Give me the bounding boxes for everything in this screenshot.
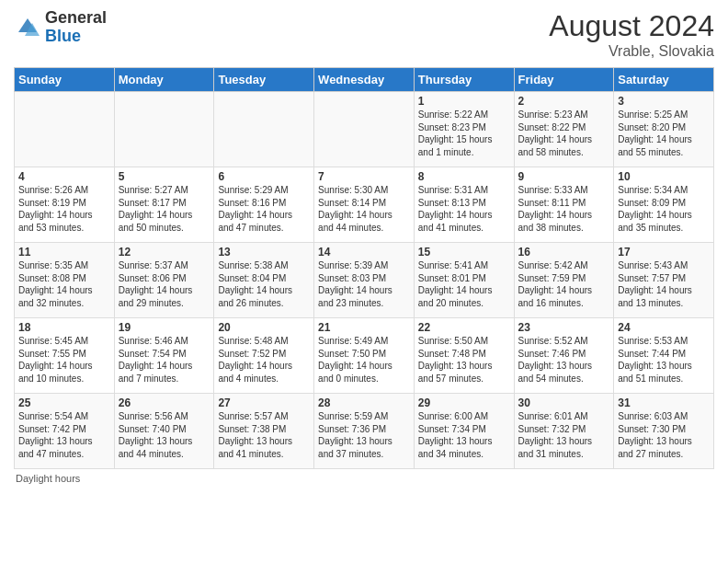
week-row-4: 18Sunrise: 5:45 AM Sunset: 7:55 PM Dayli… bbox=[15, 318, 714, 394]
day-info: Sunrise: 5:25 AM Sunset: 8:20 PM Dayligh… bbox=[618, 109, 710, 158]
calendar-cell: 19Sunrise: 5:46 AM Sunset: 7:54 PM Dayli… bbox=[114, 318, 214, 394]
day-info: Sunrise: 5:23 AM Sunset: 8:22 PM Dayligh… bbox=[518, 109, 610, 158]
header-cell-monday: Monday bbox=[114, 68, 214, 92]
day-number: 24 bbox=[618, 321, 710, 334]
day-number: 11 bbox=[18, 246, 110, 259]
day-info: Sunrise: 5:49 AM Sunset: 7:50 PM Dayligh… bbox=[318, 335, 410, 385]
day-info: Sunrise: 5:53 AM Sunset: 7:44 PM Dayligh… bbox=[618, 335, 710, 385]
day-number: 16 bbox=[518, 246, 610, 259]
header-cell-friday: Friday bbox=[514, 68, 614, 92]
calendar-cell bbox=[15, 92, 115, 167]
day-number: 3 bbox=[618, 95, 710, 108]
day-info: Sunrise: 5:59 AM Sunset: 7:36 PM Dayligh… bbox=[318, 410, 410, 460]
calendar-cell: 17Sunrise: 5:43 AM Sunset: 7:57 PM Dayli… bbox=[614, 243, 714, 318]
day-number: 21 bbox=[318, 321, 410, 334]
day-number: 8 bbox=[418, 170, 510, 183]
day-number: 12 bbox=[119, 246, 210, 259]
calendar-cell: 6Sunrise: 5:29 AM Sunset: 8:16 PM Daylig… bbox=[214, 167, 314, 243]
day-info: Sunrise: 5:29 AM Sunset: 8:16 PM Dayligh… bbox=[218, 184, 310, 234]
day-number: 31 bbox=[618, 396, 710, 409]
page-header: General Blue August 2024 Vrable, Slovaki… bbox=[14, 9, 714, 60]
calendar-cell: 26Sunrise: 5:56 AM Sunset: 7:40 PM Dayli… bbox=[114, 394, 214, 469]
week-row-3: 11Sunrise: 5:35 AM Sunset: 8:08 PM Dayli… bbox=[15, 243, 714, 318]
day-info: Sunrise: 5:39 AM Sunset: 8:03 PM Dayligh… bbox=[318, 259, 410, 309]
header-row: SundayMondayTuesdayWednesdayThursdayFrid… bbox=[15, 68, 714, 92]
calendar-cell: 28Sunrise: 5:59 AM Sunset: 7:36 PM Dayli… bbox=[314, 394, 415, 469]
day-number: 25 bbox=[18, 396, 110, 409]
day-info: Sunrise: 6:00 AM Sunset: 7:34 PM Dayligh… bbox=[418, 410, 510, 460]
day-number: 6 bbox=[218, 170, 310, 183]
day-number: 7 bbox=[318, 170, 410, 183]
header-cell-sunday: Sunday bbox=[15, 68, 115, 92]
day-info: Sunrise: 5:27 AM Sunset: 8:17 PM Dayligh… bbox=[119, 184, 210, 234]
calendar-table: SundayMondayTuesdayWednesdayThursdayFrid… bbox=[14, 67, 714, 469]
day-number: 26 bbox=[119, 396, 210, 409]
day-info: Sunrise: 5:42 AM Sunset: 7:59 PM Dayligh… bbox=[518, 259, 610, 309]
day-number: 28 bbox=[318, 396, 410, 409]
footnote: Daylight hours bbox=[14, 473, 714, 484]
day-info: Sunrise: 5:35 AM Sunset: 8:08 PM Dayligh… bbox=[18, 259, 110, 309]
calendar-cell bbox=[314, 92, 415, 167]
day-number: 14 bbox=[318, 246, 410, 259]
calendar-cell bbox=[114, 92, 214, 167]
day-number: 23 bbox=[518, 321, 610, 334]
day-info: Sunrise: 5:33 AM Sunset: 8:11 PM Dayligh… bbox=[518, 184, 610, 234]
calendar-cell: 13Sunrise: 5:38 AM Sunset: 8:04 PM Dayli… bbox=[214, 243, 314, 318]
day-number: 4 bbox=[18, 170, 110, 183]
day-number: 1 bbox=[418, 95, 510, 108]
calendar-cell: 21Sunrise: 5:49 AM Sunset: 7:50 PM Dayli… bbox=[314, 318, 415, 394]
day-info: Sunrise: 5:56 AM Sunset: 7:40 PM Dayligh… bbox=[119, 410, 210, 460]
day-info: Sunrise: 5:48 AM Sunset: 7:52 PM Dayligh… bbox=[218, 335, 310, 385]
day-number: 15 bbox=[418, 246, 510, 259]
day-number: 22 bbox=[418, 321, 510, 334]
day-number: 10 bbox=[618, 170, 710, 183]
calendar-cell: 15Sunrise: 5:41 AM Sunset: 8:01 PM Dayli… bbox=[414, 243, 514, 318]
calendar-cell: 18Sunrise: 5:45 AM Sunset: 7:55 PM Dayli… bbox=[15, 318, 115, 394]
day-number: 27 bbox=[218, 396, 310, 409]
calendar-cell: 1Sunrise: 5:22 AM Sunset: 8:23 PM Daylig… bbox=[414, 92, 514, 167]
calendar-cell: 8Sunrise: 5:31 AM Sunset: 8:13 PM Daylig… bbox=[414, 167, 514, 243]
day-info: Sunrise: 5:57 AM Sunset: 7:38 PM Dayligh… bbox=[218, 410, 310, 460]
week-row-2: 4Sunrise: 5:26 AM Sunset: 8:19 PM Daylig… bbox=[15, 167, 714, 243]
day-info: Sunrise: 5:54 AM Sunset: 7:42 PM Dayligh… bbox=[18, 410, 110, 460]
day-info: Sunrise: 5:45 AM Sunset: 7:55 PM Dayligh… bbox=[18, 335, 110, 385]
calendar-cell: 30Sunrise: 6:01 AM Sunset: 7:32 PM Dayli… bbox=[514, 394, 614, 469]
day-info: Sunrise: 5:50 AM Sunset: 7:48 PM Dayligh… bbox=[418, 335, 510, 385]
day-info: Sunrise: 5:43 AM Sunset: 7:57 PM Dayligh… bbox=[618, 259, 710, 309]
header-cell-saturday: Saturday bbox=[614, 68, 714, 92]
calendar-cell: 23Sunrise: 5:52 AM Sunset: 7:46 PM Dayli… bbox=[514, 318, 614, 394]
logo-text: General Blue bbox=[45, 9, 107, 46]
calendar-cell: 10Sunrise: 5:34 AM Sunset: 8:09 PM Dayli… bbox=[614, 167, 714, 243]
day-info: Sunrise: 5:22 AM Sunset: 8:23 PM Dayligh… bbox=[418, 109, 510, 158]
day-number: 13 bbox=[218, 246, 310, 259]
day-number: 5 bbox=[119, 170, 210, 183]
day-number: 18 bbox=[18, 321, 110, 334]
location-title: Vrable, Slovakia bbox=[549, 43, 714, 60]
calendar-cell: 16Sunrise: 5:42 AM Sunset: 7:59 PM Dayli… bbox=[514, 243, 614, 318]
calendar-cell: 3Sunrise: 5:25 AM Sunset: 8:20 PM Daylig… bbox=[614, 92, 714, 167]
calendar-cell: 22Sunrise: 5:50 AM Sunset: 7:48 PM Dayli… bbox=[414, 318, 514, 394]
logo-blue-text: Blue bbox=[45, 28, 107, 46]
day-number: 9 bbox=[518, 170, 610, 183]
calendar-cell: 14Sunrise: 5:39 AM Sunset: 8:03 PM Dayli… bbox=[314, 243, 415, 318]
header-cell-thursday: Thursday bbox=[414, 68, 514, 92]
calendar-cell: 20Sunrise: 5:48 AM Sunset: 7:52 PM Dayli… bbox=[214, 318, 314, 394]
calendar-cell: 7Sunrise: 5:30 AM Sunset: 8:14 PM Daylig… bbox=[314, 167, 415, 243]
week-row-5: 25Sunrise: 5:54 AM Sunset: 7:42 PM Dayli… bbox=[15, 394, 714, 469]
day-number: 30 bbox=[518, 396, 610, 409]
day-info: Sunrise: 5:30 AM Sunset: 8:14 PM Dayligh… bbox=[318, 184, 410, 234]
calendar-cell: 31Sunrise: 6:03 AM Sunset: 7:30 PM Dayli… bbox=[614, 394, 714, 469]
calendar-cell: 27Sunrise: 5:57 AM Sunset: 7:38 PM Dayli… bbox=[214, 394, 314, 469]
day-info: Sunrise: 5:31 AM Sunset: 8:13 PM Dayligh… bbox=[418, 184, 510, 234]
calendar-cell bbox=[214, 92, 314, 167]
day-info: Sunrise: 5:37 AM Sunset: 8:06 PM Dayligh… bbox=[119, 259, 210, 309]
week-row-1: 1Sunrise: 5:22 AM Sunset: 8:23 PM Daylig… bbox=[15, 92, 714, 167]
page-container: General Blue August 2024 Vrable, Slovaki… bbox=[0, 0, 728, 493]
logo-general-text: General bbox=[45, 9, 107, 28]
calendar-cell: 5Sunrise: 5:27 AM Sunset: 8:17 PM Daylig… bbox=[114, 167, 214, 243]
calendar-cell: 25Sunrise: 5:54 AM Sunset: 7:42 PM Dayli… bbox=[15, 394, 115, 469]
calendar-cell: 11Sunrise: 5:35 AM Sunset: 8:08 PM Dayli… bbox=[15, 243, 115, 318]
day-info: Sunrise: 5:26 AM Sunset: 8:19 PM Dayligh… bbox=[18, 184, 110, 234]
calendar-cell: 9Sunrise: 5:33 AM Sunset: 8:11 PM Daylig… bbox=[514, 167, 614, 243]
day-info: Sunrise: 5:34 AM Sunset: 8:09 PM Dayligh… bbox=[618, 184, 710, 234]
